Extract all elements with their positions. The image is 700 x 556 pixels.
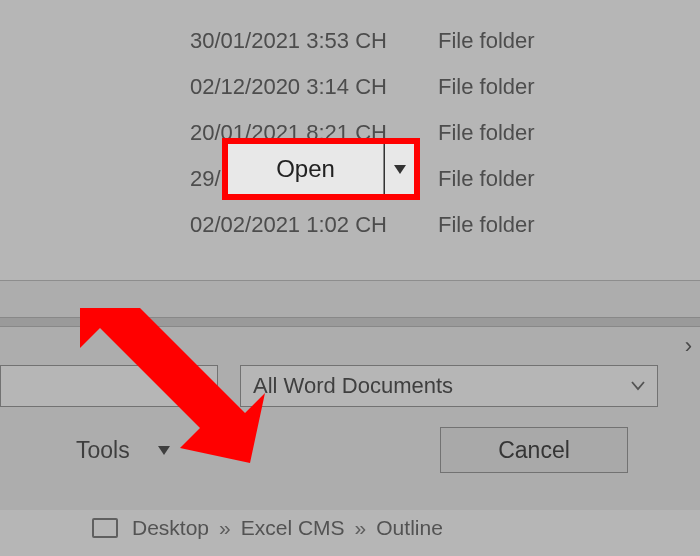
open-button[interactable]: Open — [228, 144, 384, 194]
tools-label: Tools — [76, 437, 130, 464]
file-type-select[interactable]: All Word Documents — [240, 365, 658, 407]
chevron-down-icon — [631, 377, 645, 395]
open-button-dropdown[interactable] — [384, 144, 414, 194]
breadcrumb-separator-icon: » — [219, 516, 231, 540]
filename-input[interactable] — [0, 365, 218, 407]
folder-icon — [92, 518, 118, 538]
file-list: 30/01/2021 3:53 CH File folder 02/12/202… — [0, 18, 700, 248]
breadcrumb-part: Excel CMS — [241, 516, 345, 540]
breadcrumb-part: Outline — [376, 516, 443, 540]
caret-down-icon — [394, 165, 406, 174]
scrollbar-horizontal[interactable] — [0, 317, 700, 327]
breadcrumb-part: Desktop — [132, 516, 209, 540]
file-type-select-label: All Word Documents — [253, 373, 453, 399]
cell-date: 30/01/2021 3:53 CH — [0, 28, 438, 54]
cell-type: File folder — [438, 74, 535, 100]
cell-date: 02/12/2020 3:14 CH — [0, 74, 438, 100]
table-row[interactable]: 02/12/2020 3:14 CH File folder — [0, 64, 700, 110]
breadcrumb-separator-icon: » — [355, 516, 367, 540]
cell-type: File folder — [438, 166, 535, 192]
scroll-right-icon[interactable]: › — [685, 333, 692, 359]
cell-type: File folder — [438, 212, 535, 238]
open-button-highlight: Open — [222, 138, 420, 200]
breadcrumb[interactable]: Desktop » Excel CMS » Outline — [92, 516, 443, 540]
cancel-button[interactable]: Cancel — [440, 427, 628, 473]
caret-down-icon — [158, 446, 170, 455]
table-row[interactable]: 30/01/2021 3:53 CH File folder — [0, 18, 700, 64]
cell-date: 02/02/2021 1:02 CH — [0, 212, 438, 238]
cell-type: File folder — [438, 120, 535, 146]
table-row[interactable]: 02/02/2021 1:02 CH File folder — [0, 202, 700, 248]
dialog-bottom-panel: › All Word Documents Tools Cancel — [0, 280, 700, 510]
cancel-label: Cancel — [498, 437, 570, 464]
cell-type: File folder — [438, 28, 535, 54]
open-label: Open — [276, 155, 335, 183]
tools-button[interactable]: Tools — [76, 427, 170, 473]
